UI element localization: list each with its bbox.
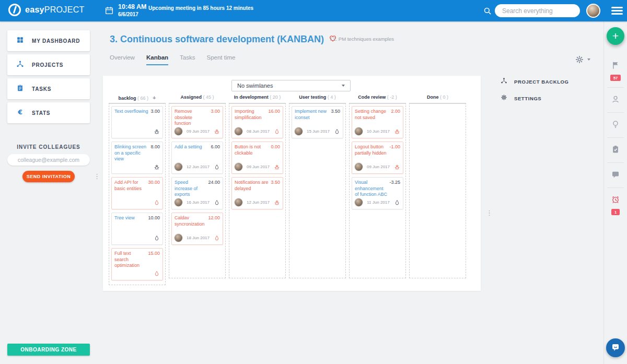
breadcrumb[interactable]: / 2. PM techniques examples <box>330 36 394 42</box>
assignee-avatar[interactable] <box>355 127 363 135</box>
sidebar-item-label: STATS <box>32 110 50 116</box>
kanban-column-done: Done ( 0 ) <box>409 95 466 285</box>
search-icon[interactable] <box>483 6 492 18</box>
kanban-columns: backlog ( 66 )+ Text overflowing 3.00 Bl… <box>109 95 466 285</box>
toolbar-lightbulb-icon[interactable] <box>607 113 624 138</box>
bug-icon <box>274 164 280 170</box>
assignee-avatar[interactable] <box>235 127 242 135</box>
swimlane-select[interactable]: No swimlanes <box>231 80 351 91</box>
drag-handle-right[interactable]: ⋮ <box>486 209 493 217</box>
kanban-card[interactable]: Text overflowing 3.00 <box>111 106 163 138</box>
toolbar-alarm-icon[interactable]: 1 <box>607 188 624 221</box>
column-count: ( -2 ) <box>386 95 397 100</box>
card-title: Logout button partially hidden <box>355 144 387 156</box>
search-input[interactable] <box>495 4 580 17</box>
column-dropzone[interactable] <box>409 103 466 278</box>
card-title: Visual enhancement of function ABC <box>355 180 387 198</box>
assignee-avatar[interactable] <box>235 163 242 171</box>
sidebar-item-label: TASKS <box>32 86 51 92</box>
assignee-avatar[interactable] <box>295 127 303 135</box>
kanban-card[interactable]: Logout button partially hidden -1.00 09 … <box>352 142 403 174</box>
column-dropzone[interactable]: Remove obsolete function 3.00 09 Jun 201… <box>169 103 226 278</box>
column-dropzone[interactable]: Text overflowing 3.00 Blinking screen on… <box>109 103 166 285</box>
toolbar-flag-icon[interactable]: 57 <box>607 54 624 88</box>
kanban-card[interactable]: Blinking screen on a specific view 8.00 <box>111 142 163 174</box>
kanban-card[interactable]: Notifications are delayed 3.50 12 Jun 20… <box>231 177 283 209</box>
current-date: 6/6/2017 <box>118 11 146 17</box>
toolbar-chat-icon[interactable] <box>607 163 624 188</box>
kanban-card[interactable]: Caldav syncronization 12.00 18 Jun 2017 <box>171 213 223 245</box>
card-estimate: 2.00 <box>391 109 400 121</box>
assignee-avatar[interactable] <box>235 198 242 206</box>
add-card-button[interactable]: + <box>153 95 156 101</box>
sidebar-item-projects[interactable]: PROJECTS <box>7 54 90 75</box>
assignee-avatar[interactable] <box>355 198 363 206</box>
tab-tasks[interactable]: Tasks <box>180 54 195 65</box>
kanban-card[interactable]: Tree view 10.00 <box>111 213 163 245</box>
kanban-card[interactable]: Implement new iconset 3.50 15 Jun 2017 <box>292 106 343 138</box>
column-dropzone[interactable]: Importing simplification 16.00 08 Jun 20… <box>229 103 286 278</box>
assignee-avatar[interactable] <box>175 127 182 135</box>
sidebar-item-stats[interactable]: € STATS <box>7 102 90 123</box>
sidebar-item-my-dashboard[interactable]: MY DASHBOARD <box>7 30 90 51</box>
hamburger-menu-icon[interactable] <box>611 7 623 16</box>
bug-icon <box>214 128 220 135</box>
kanban-card[interactable]: Visual enhancement of function ABC -3.25… <box>352 177 403 209</box>
user-avatar[interactable] <box>586 4 600 18</box>
kanban-card[interactable]: Remove obsolete function 3.00 09 Jun 201… <box>171 106 223 138</box>
kanban-card[interactable]: Button is not clickable 0.00 09 Jun 2017 <box>231 142 283 174</box>
kanban-card[interactable]: Add a setting 6.00 12 Jun 2017 <box>171 142 223 174</box>
kanban-card[interactable]: Add API for basic entities 30.00 <box>111 177 163 209</box>
card-title: Button is not clickable <box>235 144 269 156</box>
chat-bubble-button[interactable] <box>606 338 625 357</box>
easy-project-logo[interactable]: easyPROJECT <box>8 4 85 16</box>
assignee-avatar[interactable] <box>175 163 182 171</box>
card-estimate: 10.00 <box>148 215 160 221</box>
calendar-icon[interactable] <box>104 6 114 17</box>
dashboard-grid-icon <box>16 36 24 46</box>
card-title: Remove obsolete function <box>175 109 208 127</box>
board-settings-gear-icon[interactable] <box>575 55 584 66</box>
invite-email-input[interactable] <box>7 154 90 166</box>
card-estimate: 12.00 <box>208 215 220 227</box>
column-header: Code review ( -2 ) <box>349 95 406 103</box>
card-title: Setting change not saved <box>355 109 389 121</box>
logo-icon <box>8 4 21 16</box>
column-name: backlog <box>119 96 136 101</box>
notification-badge: 1 <box>611 209 620 215</box>
column-name: User testing <box>299 95 326 100</box>
card-footer <box>114 127 160 136</box>
onboarding-zone-button[interactable]: ONBOARDING ZONE <box>7 344 90 356</box>
toolbar-tasks-check-icon[interactable] <box>607 138 624 163</box>
assignee-avatar[interactable] <box>175 234 182 242</box>
sidebar-item-tasks[interactable]: TASKS <box>7 78 90 99</box>
side-menu-settings[interactable]: SETTINGS <box>491 90 602 107</box>
toolbar-user-icon[interactable] <box>607 88 624 113</box>
card-estimate: 3.50 <box>271 180 280 192</box>
card-footer: 09 Jun 2017 <box>235 162 280 171</box>
kanban-card[interactable]: Setting change not saved 2.00 10 Jun 201… <box>352 106 403 138</box>
tab-spent-time[interactable]: Spent time <box>207 54 236 65</box>
kanban-card[interactable]: Speed increase of exports 24.00 16 Jun 2… <box>171 177 223 209</box>
send-invitation-button[interactable]: SEND INVITATION <box>22 171 75 182</box>
assignee-avatar[interactable] <box>175 198 182 206</box>
project-title-text: 3. Continuous software development (KANB… <box>110 34 324 45</box>
card-estimate: -1.00 <box>389 144 400 156</box>
column-dropzone[interactable]: Setting change not saved 2.00 10 Jun 201… <box>349 103 406 278</box>
tasks-check-icon <box>611 145 620 156</box>
add-button[interactable]: + <box>607 27 624 45</box>
bug-icon <box>154 128 160 135</box>
kanban-card[interactable]: Full text search optimization 15.00 <box>111 248 163 280</box>
bug-icon <box>274 199 280 206</box>
drag-handle-left[interactable]: ⋮ <box>94 172 100 180</box>
kanban-card[interactable]: Importing simplification 16.00 08 Jun 20… <box>231 106 283 138</box>
column-dropzone[interactable]: Implement new iconset 3.50 15 Jun 2017 <box>289 103 346 278</box>
meeting-notice[interactable]: Upcoming meeting in 85 hours 12 minutes <box>148 5 253 11</box>
tab-overview[interactable]: Overview <box>110 54 135 65</box>
chat-icon <box>611 170 620 181</box>
chevron-down-icon[interactable] <box>587 58 590 61</box>
tab-kanban[interactable]: Kanban <box>146 54 168 65</box>
assignee-avatar[interactable] <box>355 163 363 171</box>
side-menu-project-backlog[interactable]: PROJECT BACKLOG <box>491 73 602 90</box>
column-header: In development ( 20 ) <box>229 95 286 103</box>
